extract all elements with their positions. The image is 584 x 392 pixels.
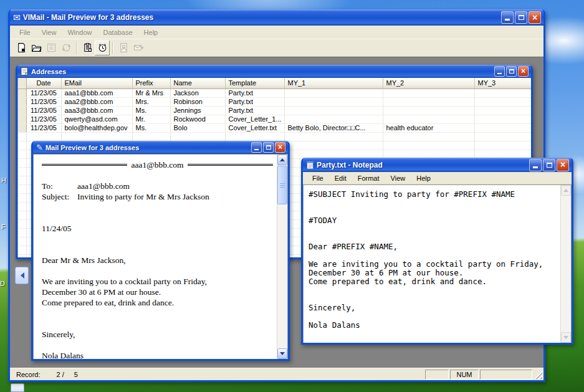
cell-template[interactable]: Cover_Letter.txt [225, 123, 284, 132]
cell-my2[interactable] [383, 115, 474, 123]
cell-prefix[interactable]: Mrs. [132, 97, 170, 106]
cell-my3[interactable] [474, 106, 531, 115]
minimize-button[interactable] [501, 11, 514, 24]
cell-prefix[interactable]: Ms. [132, 123, 170, 132]
cell-name[interactable]: Jennings [170, 106, 225, 115]
menu-help[interactable]: Help [138, 27, 164, 37]
menu-format[interactable]: Format [352, 173, 385, 183]
maximize-button[interactable] [506, 66, 517, 77]
column-header-prefix[interactable]: Prefix [132, 78, 170, 88]
cell-my1[interactable] [284, 88, 383, 97]
scroll-down-button[interactable] [561, 332, 571, 343]
cell-my3[interactable] [474, 97, 531, 106]
cell-date[interactable]: 11/23/05 [26, 123, 61, 132]
cell-my2[interactable] [383, 106, 474, 115]
scroll-up-button[interactable] [561, 185, 571, 196]
cell-my3[interactable] [474, 88, 531, 97]
table-row[interactable]: 11/23/05 aaa1@bbb.com Mr & Mrs Jackson P… [18, 88, 531, 97]
cell-prefix[interactable]: Mr & Mrs [132, 88, 170, 97]
mail-preview-titlebar[interactable]: ✎ Mail Preview for 3 addresses × [33, 141, 288, 154]
vimail-titlebar[interactable]: ✉ VIMail - Mail Preview for 3 addresses … [10, 9, 543, 26]
cell-template[interactable]: Party.txt [225, 106, 284, 115]
body-line: We are inviting you to a cocktail party … [42, 276, 273, 287]
new-document-button[interactable] [14, 41, 29, 55]
cell-email[interactable]: aaa2@bbb.com [61, 97, 132, 106]
menu-view[interactable]: View [36, 27, 62, 37]
cell-date[interactable]: 11/23/05 [26, 115, 61, 123]
resize-grip[interactable] [534, 371, 542, 380]
cell-date[interactable]: 11/23/05 [26, 97, 61, 106]
addresses-titlebar[interactable]: Addresses × [17, 65, 531, 78]
menu-file[interactable]: File [14, 27, 36, 37]
table-row[interactable]: 11/23/05 qwerty@asd.com Mr. Rockwood Cov… [18, 115, 531, 123]
scroll-up-button[interactable] [277, 155, 287, 165]
maximize-button[interactable] [263, 142, 274, 153]
cell-template[interactable]: Cover_Letter_1... [225, 115, 284, 123]
cell-name[interactable]: Bolo [170, 123, 225, 132]
column-header-my1[interactable]: MY_1 [284, 78, 383, 88]
open-folder-button[interactable] [29, 41, 44, 55]
cell-prefix[interactable]: Ms. [132, 106, 170, 115]
cell-date[interactable]: 11/23/05 [26, 88, 61, 97]
maximize-button[interactable] [515, 11, 527, 24]
menu-file[interactable]: File [307, 173, 329, 183]
cell-template[interactable]: Party.txt [225, 88, 284, 97]
cell-name[interactable]: Rockwood [170, 115, 225, 123]
status-bar: Record: 2 / 5 NUM [10, 368, 543, 380]
cell-my2[interactable] [383, 97, 474, 106]
table-row[interactable]: 11/23/05 aaa3@bbb.com Ms. Jennings Party… [18, 106, 531, 115]
column-header-template[interactable]: Template [225, 78, 284, 88]
notepad-edit-area[interactable]: #SUBJECT Inviting to party for #PREFIX #… [303, 184, 572, 343]
cell-my2[interactable] [383, 88, 474, 97]
report-button[interactable] [116, 41, 131, 55]
cell-template[interactable]: Party.txt [225, 97, 284, 106]
minimize-button[interactable] [251, 142, 262, 153]
send-mail-button[interactable] [131, 41, 146, 55]
close-button[interactable]: × [529, 11, 541, 24]
cell-my3[interactable] [474, 115, 531, 123]
mail-preview-button[interactable] [80, 41, 95, 55]
minimize-button[interactable] [529, 159, 542, 171]
cell-my1[interactable] [284, 115, 383, 123]
close-button[interactable]: × [557, 159, 569, 171]
cell-email[interactable]: bolo@healthdep.gov [61, 123, 132, 132]
minimize-button[interactable] [494, 66, 505, 77]
cell-email[interactable]: qwerty@asd.com [61, 115, 132, 123]
cell-name[interactable]: Robinson [170, 97, 225, 106]
cell-my1[interactable]: Betty Bolo, Director□□C... [284, 123, 383, 132]
close-button[interactable]: × [275, 142, 285, 153]
column-header-date[interactable]: Date [26, 78, 61, 88]
clock-button[interactable] [95, 41, 110, 55]
vertical-scrollbar[interactable] [277, 155, 287, 359]
menu-database[interactable]: Database [98, 27, 138, 37]
cell-email[interactable]: aaa1@bbb.com [61, 88, 132, 97]
window-title: VIMail - Mail Preview for 3 addresses [23, 13, 499, 22]
cell-my1[interactable] [284, 97, 383, 106]
scroll-left-button[interactable] [15, 267, 29, 284]
menu-window[interactable]: Window [62, 27, 97, 37]
close-button[interactable]: × [518, 66, 529, 77]
table-row[interactable]: 11/23/05 bolo@healthdep.gov Ms. Bolo Cov… [18, 123, 531, 132]
vertical-scrollbar[interactable] [560, 185, 571, 343]
cell-my1[interactable] [284, 106, 383, 115]
cell-email[interactable]: aaa3@bbb.com [61, 106, 132, 115]
save-button[interactable] [44, 41, 59, 55]
column-header-my3[interactable]: MY_3 [474, 78, 531, 88]
notepad-titlebar[interactable]: Party.txt - Notepad × [303, 158, 572, 172]
cell-name[interactable]: Jackson [170, 88, 225, 97]
column-header-email[interactable]: EMail [61, 78, 132, 88]
scroll-down-button[interactable] [277, 348, 287, 359]
cell-prefix[interactable]: Mr. [132, 115, 170, 123]
cell-my3[interactable] [474, 123, 531, 132]
cell-my2[interactable]: health educator [383, 123, 474, 132]
menu-view[interactable]: View [385, 173, 411, 183]
table-row[interactable]: 11/23/05 aaa2@bbb.com Mrs. Robinson Part… [18, 97, 531, 106]
refresh-button[interactable] [59, 41, 74, 55]
column-header-name[interactable]: Name [170, 78, 225, 88]
column-header-my2[interactable]: MY_2 [383, 78, 474, 88]
scrollbar-thumb[interactable] [277, 166, 287, 204]
cell-date[interactable]: 11/23/05 [26, 106, 61, 115]
menu-edit[interactable]: Edit [329, 173, 352, 183]
maximize-button[interactable] [543, 159, 555, 171]
menu-help[interactable]: Help [411, 173, 436, 183]
